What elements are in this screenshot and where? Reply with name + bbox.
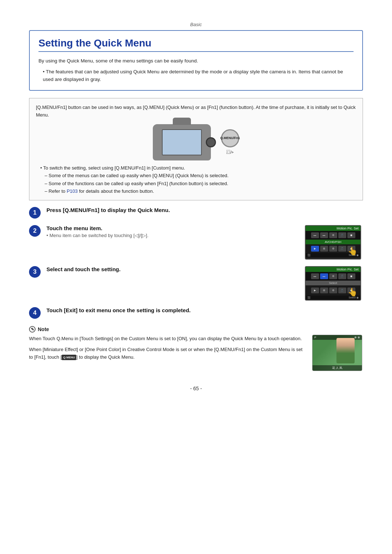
photo-bottom-bar: 花 人 风 <box>313 365 362 371</box>
note-image: P ⊕ ⊗ 花 人 风 <box>312 335 363 371</box>
screen-icon-s3-2: ⊞ <box>320 288 328 293</box>
camera-diagram: Q.MENU/Fn1 ⿴/▷ <box>36 124 356 160</box>
screen-top-bar-step2: Motion Pic. Set <box>306 226 360 231</box>
screen-options-step3: ▪▪▪ ▪▪▪ ⚙ 🎵 ◼ <box>306 272 360 281</box>
screen-icon3: ⚙ <box>329 246 337 252</box>
step-2-content: Touch the menu item. • Menu item can be … <box>46 225 299 238</box>
screen-avchd-step3: Select <box>306 281 360 285</box>
note-header: ✎ Note <box>29 326 363 333</box>
page-number: - 65 - <box>29 386 363 391</box>
step-2-image: Motion Pic. Set ▪▪▪ ▪▪▪ ⚙ 🎵 ◼ AVCHD/FSH … <box>305 225 363 260</box>
photo-icons: ⊕ ⊗ <box>354 336 360 339</box>
info-dash3: – Refer to P103 for details about the fu… <box>36 187 356 195</box>
screen-avchd-step2: AVCHD/FSH <box>306 240 360 244</box>
note-content-row: When Touch Q.Menu in [Touch Settings] on… <box>29 335 363 371</box>
screen-opt1: ▪▪▪ <box>311 232 319 238</box>
screen-opt-s3-3: ⚙ <box>329 273 337 279</box>
step-3-title: Select and touch the setting. <box>46 266 299 272</box>
step-1-content: Press [Q.MENU/Fn1] to display the Quick … <box>46 207 363 215</box>
step-4-row: 4 Touch [Exit] to exit menu once the set… <box>29 307 363 319</box>
step-4-title: Touch [Exit] to exit menu once the setti… <box>46 307 363 313</box>
qmenu-button-sublabel: ⿴/▷ <box>226 149 234 155</box>
qmenu-icon-inline: Q MENU <box>62 355 76 360</box>
info-bullets: • To switch the setting, select using [Q… <box>36 164 356 195</box>
camera-body <box>153 124 211 160</box>
camera-top-bump <box>173 118 191 125</box>
screen-mockup-step2: Motion Pic. Set ▪▪▪ ▪▪▪ ⚙ 🎵 ◼ AVCHD/FSH … <box>305 225 361 260</box>
screen-icon-s3-3: ⚙ <box>329 288 337 293</box>
section-box: Setting the Quick Menu By using the Quic… <box>29 30 363 91</box>
screen-opt5: ◼ <box>347 232 355 238</box>
screen-opt-s3-5: ◼ <box>347 273 355 279</box>
camera-lens <box>206 137 216 147</box>
note-header-label: Note <box>38 326 49 332</box>
step-1-title: Press [Q.MENU/Fn1] to display the Quick … <box>46 207 363 213</box>
step-2-title: Touch the menu item. <box>46 225 299 231</box>
step-3-image: Motion Pic. Set ▪▪▪ ▪▪▪ ⚙ 🎵 ◼ Select ▶ ⊞… <box>305 266 363 301</box>
step-4-number: 4 <box>29 307 41 319</box>
screen-top-bar-step3: Motion Pic. Set <box>306 267 360 272</box>
screen-options-step2: ▪▪▪ ▪▪▪ ⚙ 🎵 ◼ <box>306 231 360 240</box>
note-text-p1: When Touch Q.Menu in [Touch Settings] on… <box>29 335 306 342</box>
photo-mockup: P ⊕ ⊗ 花 人 风 <box>312 335 362 371</box>
page-label: Basic <box>29 22 363 27</box>
step-1-number: 1 <box>29 207 41 219</box>
camera-button-area: Q.MENU/Fn1 ⿴/▷ <box>221 129 239 155</box>
qmenu-button: Q.MENU/Fn1 <box>221 129 239 147</box>
step-3-row: 3 Select and touch the setting. Motion P… <box>29 266 363 301</box>
hand-icon-step2: 👆 <box>348 247 358 256</box>
screen-icon1: ▶ <box>311 246 319 252</box>
info-bullet1: • To switch the setting, select using [Q… <box>36 164 356 172</box>
screen-opt-s3-1: ▪▪▪ <box>311 273 319 279</box>
screen-icon4: 🎵 <box>338 246 346 252</box>
step-2-number: 2 <box>29 225 41 237</box>
step-2-row: 2 Touch the menu item. • Menu item can b… <box>29 225 363 260</box>
note-icon: ✎ <box>29 326 36 333</box>
screen-opt2: ▪▪▪ <box>320 232 328 238</box>
photo-person <box>336 338 355 363</box>
screen-icon-s3-4: 🎵 <box>338 288 346 293</box>
step-1-row: 1 Press [Q.MENU/Fn1] to display the Quic… <box>29 207 363 219</box>
step-3-content: Select and touch the setting. <box>46 266 299 274</box>
step-2-detail: • Menu item can be switched by touching … <box>46 233 299 238</box>
info-box-text: [Q.MENU/Fn1] button can be used in two w… <box>36 103 356 119</box>
info-box: [Q.MENU/Fn1] button can be used in two w… <box>29 98 363 201</box>
section-title: Setting the Quick Menu <box>38 37 354 52</box>
screen-mockup-step3: Motion Pic. Set ▪▪▪ ▪▪▪ ⚙ 🎵 ◼ Select ▶ ⊞… <box>305 266 361 301</box>
camera-screen <box>162 129 202 155</box>
note-text-p2: When [Miniature Effect] or [One Point Co… <box>29 346 306 361</box>
screen-opt-s3-4: 🎵 <box>338 273 346 279</box>
intro-line1: By using the Quick Menu, some of the men… <box>38 57 354 65</box>
screen-opt3: ⚙ <box>329 232 337 238</box>
step-3-number: 3 <box>29 266 41 278</box>
note-section: ✎ Note When Touch Q.Menu in [Touch Setti… <box>29 326 363 371</box>
screen-opt-s3-2: ▪▪▪ <box>320 273 328 279</box>
info-dash1: – Some of the menus can be called up eas… <box>36 172 356 179</box>
intro-bullet1: • The features that can be adjusted usin… <box>38 68 354 83</box>
step-4-content: Touch [Exit] to exit menu once the setti… <box>46 307 363 315</box>
screen-icon2: ⊞ <box>320 246 328 252</box>
hand-icon-step3: 👆 <box>348 288 358 297</box>
screen-icon-s3-1: ▶ <box>311 288 319 293</box>
screen-opt4: 🎵 <box>338 232 346 238</box>
note-text: When Touch Q.Menu in [Touch Settings] on… <box>29 335 306 361</box>
photo-mode-label: P <box>314 336 316 339</box>
info-dash2: – Some of the functions can be called up… <box>36 180 356 187</box>
p103-link[interactable]: P103 <box>67 188 78 194</box>
